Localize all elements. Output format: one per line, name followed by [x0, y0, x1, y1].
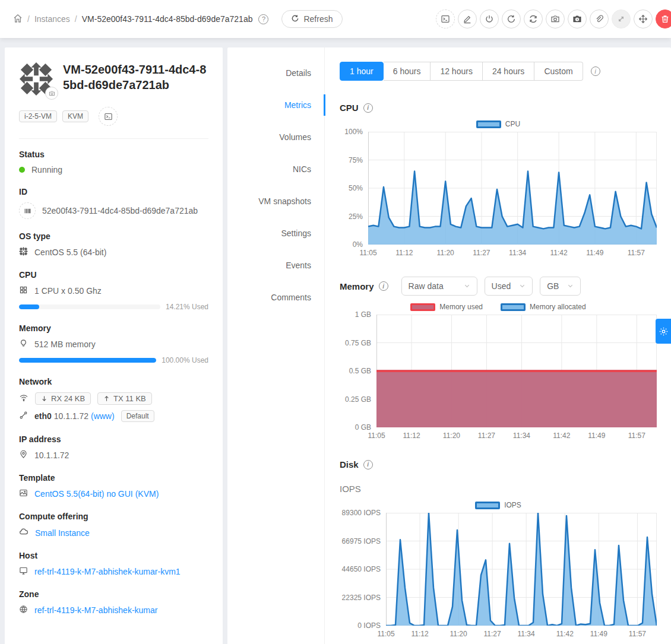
tab-volumes[interactable]: Volumes [227, 121, 324, 153]
cpu-usage-bar [19, 304, 160, 309]
attach-iso-button[interactable] [590, 9, 609, 28]
host-section: Host ref-trl-4119-k-M7-abhishek-kumar-kv… [19, 551, 208, 577]
compute-offering-link[interactable]: Small Instance [35, 528, 90, 538]
memory-value: 512 MB memory [34, 340, 96, 349]
zone-link[interactable]: ref-trl-4119-k-M7-abhishek-kumar [34, 605, 157, 615]
memory-chart-title: Memory [340, 281, 374, 291]
breadcrumb: / Instances / VM-52e00f43-7911-4dc4-85bd… [13, 10, 343, 28]
cpu-grid-icon [19, 285, 28, 296]
memory-allocated-legend-item: Memory allocated [501, 303, 586, 311]
scale-vm-button [612, 9, 631, 28]
centos-icon [19, 247, 28, 258]
recurring-snapshot-button[interactable] [568, 9, 587, 28]
memory-info-icon: i [379, 281, 388, 291]
cpu-info-icon: i [363, 103, 373, 113]
breadcrumb-vm-name: VM-52e00f43-7911-4dc4-85bd-d69de7a721ab [82, 14, 253, 24]
tab-settings[interactable]: Settings [227, 217, 324, 249]
id-value: 52e00f43-7911-4dc4-85bd-d69de7a721ab [42, 206, 198, 215]
time-tab-24hours[interactable]: 24 hours [483, 62, 534, 81]
vm-detail-card: Details Metrics Volumes NICs VM snapshot… [227, 47, 671, 644]
top-header: / Instances / VM-52e00f43-7911-4dc4-85bd… [0, 0, 671, 38]
edit-button[interactable] [458, 9, 477, 28]
help-icon[interactable]: ? [258, 14, 268, 24]
breadcrumb-instances[interactable]: Instances [34, 14, 70, 24]
stop-button[interactable] [480, 9, 499, 28]
memory-datatype-select[interactable]: Raw data [401, 277, 477, 296]
console-button[interactable] [436, 9, 455, 28]
vm-name-title: VM-52e00f43-7911-4dc4-85bd-d69de7a721ab [63, 62, 208, 96]
destroy-button[interactable] [656, 9, 671, 28]
memory-unit-select[interactable]: GB [540, 277, 581, 296]
time-tab-custom[interactable]: Custom [534, 62, 583, 81]
take-snapshot-button[interactable] [546, 9, 565, 28]
compute-offering-section: Compute offering Small Instance [19, 512, 208, 538]
vm-actions-toolbar [436, 0, 671, 38]
theme-settings-gear-button[interactable] [656, 319, 671, 344]
time-range-info-icon: i [591, 66, 600, 76]
os-logo [19, 62, 53, 96]
refresh-button[interactable]: Refresh [281, 10, 342, 28]
tab-events[interactable]: Events [227, 249, 324, 281]
bulb-icon [19, 339, 28, 350]
host-link[interactable]: ref-trl-4119-k-M7-abhishek-kumar-kvm1 [34, 567, 181, 576]
rx-badge: RX 24 KB [35, 392, 91, 405]
zone-section: Zone ref-trl-4119-k-M7-abhishek-kumar [19, 589, 208, 616]
home-icon[interactable] [13, 14, 23, 25]
status-dot [19, 167, 25, 173]
detail-nav: Details Metrics Volumes NICs VM snapshot… [227, 47, 325, 644]
iops-label: IOPS [340, 484, 657, 494]
vm-internal-name-tag: i-2-5-VM [19, 110, 57, 122]
vm-info-card: VM-52e00f43-7911-4dc4-85bd-d69de7a721ab … [5, 47, 223, 644]
globe-icon [19, 605, 28, 616]
ip-section: IP address 10.1.1.72 [19, 434, 208, 461]
reboot-button[interactable] [502, 9, 521, 28]
change-icon-camera-badge[interactable] [45, 87, 58, 100]
time-tab-12hours[interactable]: 12 hours [431, 62, 482, 81]
memory-usage-bar [19, 358, 156, 363]
migrate-button[interactable] [634, 9, 653, 28]
cpu-chart: CPU 0%25%50%75%100% 11:0511:1211:2011:27… [340, 120, 657, 258]
hypervisor-tag: KVM [62, 110, 88, 122]
id-section: ID 52e00f43-7911-4dc4-85bd-d69de7a721ab [19, 187, 208, 219]
os-type-section: OS type CentOS 5.5 (64-bit) [19, 231, 208, 258]
network-name-link[interactable]: (www) [91, 411, 115, 421]
ip-value: 10.1.1.72 [34, 451, 69, 460]
iops-legend-item: IOPS [475, 501, 521, 509]
template-link[interactable]: CentOS 5.5(64-bit) no GUI (KVM) [34, 489, 159, 499]
memory-chart: Memory used Memory allocated 0 GB0.25 GB… [340, 303, 657, 440]
location-pin-icon [19, 450, 28, 461]
metrics-panel: 1 hour 6 hours 12 hours 24 hours Custom … [325, 47, 671, 644]
nic-name: eth0 [34, 411, 52, 421]
nic-ip: 10.1.1.72 [54, 411, 88, 421]
chevron-down-icon [464, 281, 470, 291]
cpu-section: CPU 1 CPU x 0.50 Ghz 14.21% Used [19, 270, 208, 311]
reload-icon [291, 14, 299, 24]
nic-link-icon [19, 411, 28, 421]
barcode-icon [19, 202, 36, 219]
tab-vm-snapshots[interactable]: VM snapshots [227, 185, 324, 217]
tab-details[interactable]: Details [227, 57, 324, 89]
memory-filters: Raw data Used GB [401, 277, 581, 296]
tx-badge: TX 11 KB [97, 392, 152, 405]
tab-metrics[interactable]: Metrics [227, 89, 324, 121]
disk-info-icon: i [363, 460, 373, 469]
cloud-icon [19, 527, 29, 538]
wifi-icon [19, 393, 29, 404]
network-section: Network RX 24 KB TX 11 KB [19, 377, 208, 422]
disk-section-title: Disk [340, 459, 359, 469]
cpu-value: 1 CPU x 0.50 Ghz [34, 286, 102, 296]
console-quick-button[interactable] [99, 107, 118, 126]
status-value: Running [31, 165, 62, 175]
time-tab-6hours[interactable]: 6 hours [384, 62, 431, 81]
chevron-down-icon [519, 281, 526, 291]
time-tab-1hour[interactable]: 1 hour [340, 62, 384, 81]
memory-usage-text: 100.00% Used [162, 356, 208, 364]
reinstall-button[interactable] [524, 9, 543, 28]
tab-comments[interactable]: Comments [227, 281, 324, 313]
desktop-icon [19, 566, 28, 577]
tab-nics[interactable]: NICs [227, 153, 324, 185]
os-type-value: CentOS 5.5 (64-bit) [34, 248, 106, 257]
picture-icon [19, 488, 28, 499]
memory-used-select[interactable]: Used [485, 277, 533, 296]
chevron-down-icon [567, 281, 574, 291]
